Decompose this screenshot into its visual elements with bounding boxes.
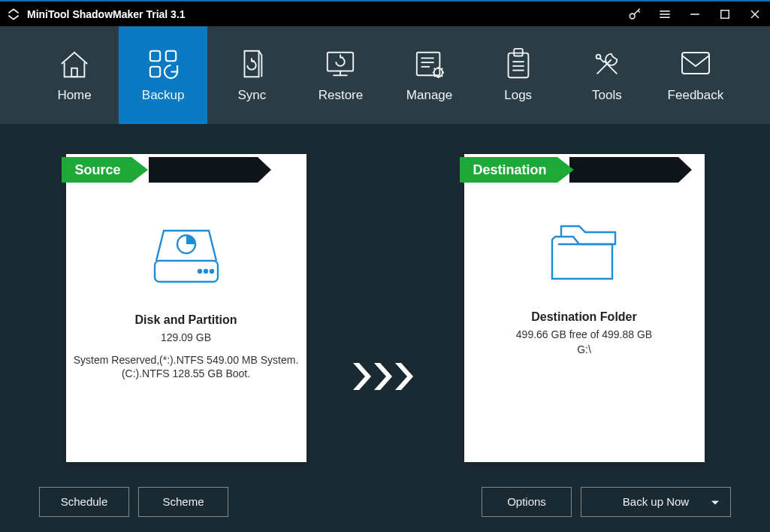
nav-logs[interactable]: Logs <box>474 26 563 124</box>
nav-backup-label: Backup <box>142 88 185 103</box>
nav-sync[interactable]: Sync <box>207 26 296 124</box>
svg-rect-9 <box>150 51 160 61</box>
schedule-button[interactable]: Schedule <box>39 487 129 517</box>
options-button[interactable]: Options <box>482 487 572 517</box>
caret-down-icon <box>711 495 720 508</box>
window-title: MiniTool ShadowMaker Trial 3.1 <box>27 8 186 20</box>
bottom-bar: Schedule Scheme Options Back up Now <box>0 482 770 532</box>
restore-icon <box>322 47 358 80</box>
destination-card[interactable]: Destination Destination Folder 499.66 GB… <box>464 154 705 462</box>
backup-content: Source Disk and Partition 129.09 GB Syst… <box>0 124 770 482</box>
nav-backup[interactable]: Backup <box>119 26 207 124</box>
svg-point-29 <box>204 270 207 273</box>
nav-sync-label: Sync <box>237 88 266 103</box>
nav-feedback-label: Feedback <box>668 88 724 103</box>
destination-title: Destination Folder <box>464 310 705 324</box>
nav-logs-label: Logs <box>504 88 532 103</box>
title-bar: MiniTool ShadowMaker Trial 3.1 <box>0 0 770 26</box>
nav-tools-label: Tools <box>592 88 622 103</box>
svg-rect-20 <box>508 53 528 78</box>
app-logo-icon <box>6 7 21 22</box>
destination-ribbon: Destination <box>460 157 557 183</box>
nav-home[interactable]: Home <box>30 26 119 124</box>
nav-restore[interactable]: Restore <box>296 26 385 124</box>
backup-icon <box>146 47 180 80</box>
backup-now-label: Back up Now <box>623 495 689 508</box>
manage-icon <box>412 47 447 80</box>
source-size: 129.09 GB <box>66 331 306 343</box>
svg-rect-27 <box>682 53 709 74</box>
minimize-button[interactable] <box>680 1 710 27</box>
folder-icon <box>464 222 705 288</box>
sync-icon <box>237 47 267 80</box>
logs-icon <box>503 47 533 80</box>
chevrons-icon <box>352 361 419 394</box>
tools-icon <box>590 47 624 80</box>
nav-restore-label: Restore <box>319 88 364 103</box>
svg-rect-5 <box>721 10 729 18</box>
feedback-icon <box>678 47 714 80</box>
svg-rect-21 <box>514 49 522 56</box>
nav-manage-label: Manage <box>406 88 452 103</box>
backup-now-button[interactable]: Back up Now <box>581 487 731 517</box>
key-button[interactable] <box>620 1 650 27</box>
source-card[interactable]: Source Disk and Partition 129.09 GB Syst… <box>66 154 306 462</box>
svg-point-30 <box>198 270 201 273</box>
maximize-button[interactable] <box>710 1 740 27</box>
svg-rect-15 <box>416 53 439 76</box>
main-nav: Home Backup Sync Restore <box>0 26 770 124</box>
source-detail-1: System Reserved,(*:).NTFS 549.00 MB Syst… <box>66 354 306 366</box>
disk-icon <box>66 222 306 291</box>
source-title: Disk and Partition <box>66 313 306 327</box>
svg-rect-28 <box>155 261 218 282</box>
home-icon <box>57 47 92 80</box>
nav-manage[interactable]: Manage <box>385 26 474 124</box>
menu-button[interactable] <box>650 1 680 27</box>
destination-free: 499.66 GB free of 499.88 GB <box>464 328 705 340</box>
close-button[interactable] <box>740 1 770 27</box>
svg-point-31 <box>210 270 213 273</box>
scheme-button[interactable]: Scheme <box>138 487 228 517</box>
nav-feedback[interactable]: Feedback <box>651 26 740 124</box>
source-ribbon: Source <box>62 157 131 183</box>
svg-point-0 <box>630 14 635 19</box>
svg-rect-10 <box>166 51 176 61</box>
nav-home-label: Home <box>57 88 91 103</box>
source-detail-2: (C:).NTFS 128.55 GB Boot. <box>66 367 306 379</box>
destination-path: G:\ <box>464 343 705 355</box>
svg-line-26 <box>599 58 604 62</box>
svg-rect-11 <box>150 67 160 77</box>
svg-rect-8 <box>71 68 77 77</box>
nav-tools[interactable]: Tools <box>563 26 651 124</box>
